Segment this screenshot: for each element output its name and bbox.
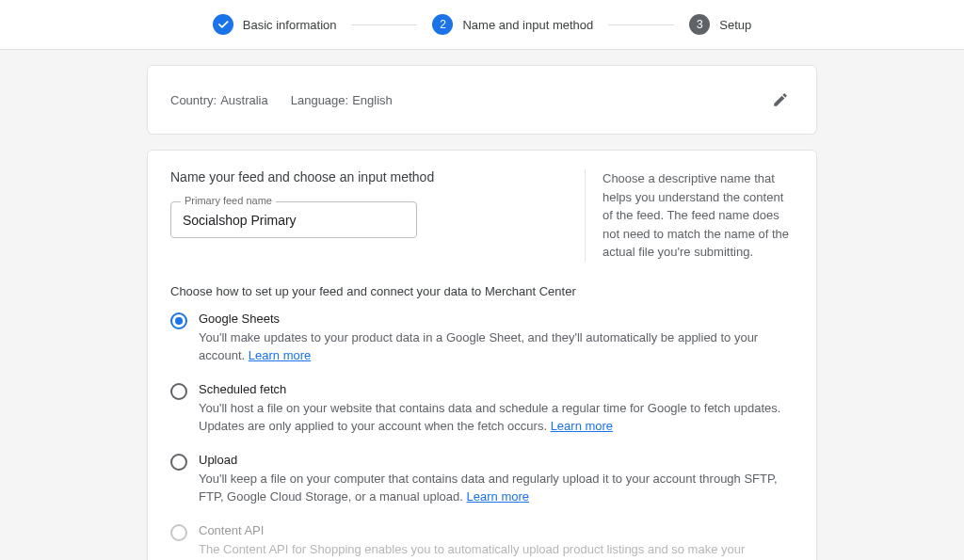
option-desc: You'll keep a file on your computer that… xyxy=(199,470,794,506)
option-content-api: Content API The Content API for Shopping… xyxy=(170,523,794,561)
main-card: Name your feed and choose an input metho… xyxy=(147,150,817,560)
radio-scheduled-fetch[interactable] xyxy=(170,383,187,400)
learn-more-link[interactable]: Learn more xyxy=(551,419,613,433)
stepper: Basic information 2 Name and input metho… xyxy=(0,0,964,50)
option-desc: You'll host a file on your website that … xyxy=(199,399,794,436)
pencil-icon xyxy=(772,91,789,108)
step-basic-info[interactable]: Basic information xyxy=(213,14,337,35)
section-title: Name your feed and choose an input metho… xyxy=(170,169,558,184)
option-title: Content API xyxy=(199,523,794,537)
step-label: Basic information xyxy=(243,18,337,32)
learn-more-link[interactable]: Learn more xyxy=(249,348,311,362)
step-label: Name and input method xyxy=(462,18,593,32)
step-name-input[interactable]: 2 Name and input method xyxy=(432,14,593,35)
radio-upload[interactable] xyxy=(170,454,187,471)
option-scheduled-fetch[interactable]: Scheduled fetch You'll host a file on yo… xyxy=(170,382,794,436)
option-title: Google Sheets xyxy=(199,312,794,326)
learn-more-link[interactable]: Learn more xyxy=(467,489,529,504)
choose-method-label: Choose how to set up your feed and conne… xyxy=(170,284,794,298)
step-number-icon: 2 xyxy=(432,14,453,35)
radio-content-api xyxy=(170,524,187,541)
radio-google-sheets[interactable] xyxy=(170,312,187,329)
step-connector xyxy=(351,24,417,25)
language-value: English xyxy=(352,93,393,107)
option-google-sheets[interactable]: Google Sheets You'll make updates to you… xyxy=(170,312,794,365)
step-connector xyxy=(608,24,674,25)
check-icon xyxy=(213,14,233,35)
feed-name-float-label: Primary feed name xyxy=(181,195,276,206)
help-panel: Choose a descriptive name that helps you… xyxy=(585,169,794,262)
option-title: Scheduled fetch xyxy=(199,382,794,396)
step-number-icon: 3 xyxy=(689,14,710,35)
country-value: Australia xyxy=(220,93,268,107)
feed-name-input[interactable] xyxy=(183,213,405,228)
option-upload[interactable]: Upload You'll keep a file on your comput… xyxy=(170,453,794,506)
language-label: Language: xyxy=(291,93,348,107)
country-label: Country: xyxy=(170,93,217,107)
step-label: Setup xyxy=(719,18,751,32)
step-setup[interactable]: 3 Setup xyxy=(689,14,751,35)
feed-name-field[interactable]: Primary feed name xyxy=(170,201,417,238)
summary-card: Country: Australia Language: English xyxy=(147,65,817,135)
option-title: Upload xyxy=(199,453,794,467)
option-desc: The Content API for Shopping enables you… xyxy=(199,540,794,561)
option-desc: You'll make updates to your product data… xyxy=(199,328,794,365)
edit-button[interactable] xyxy=(767,87,794,113)
